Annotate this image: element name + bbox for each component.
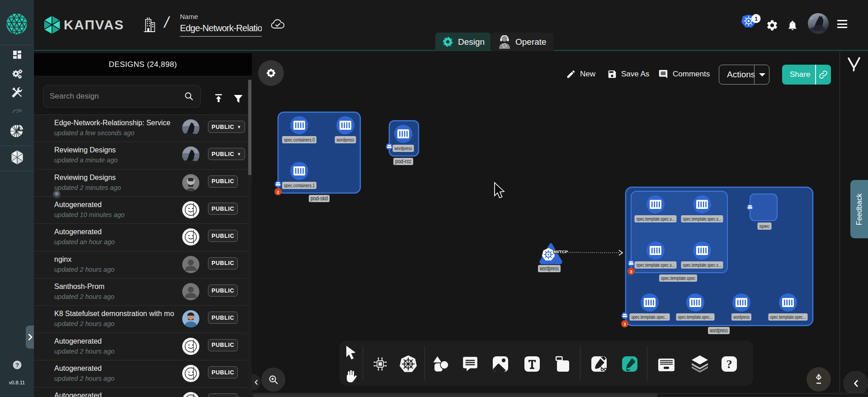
svg-text:spec.template.spec...: spec.template.spec... [632, 314, 668, 320]
svg-text:spec.containers.1: spec.containers.1 [284, 183, 315, 188]
svg-text:spec.template.spec...: spec.template.spec... [678, 314, 713, 320]
svg-text:1: 1 [755, 15, 758, 22]
svg-text:wordpress: wordpress [733, 314, 750, 320]
svg-text:spec.template.spec.s...: spec.template.spec.s... [637, 262, 675, 268]
svg-text:wordpress: wordpress [709, 327, 728, 334]
svg-text:wordpress: wordpress [539, 265, 559, 272]
svg-text:wordpress: wordpress [336, 137, 354, 142]
svg-text:wordpress: wordpress [394, 146, 412, 151]
svg-text:spec.template.spec: spec.template.spec [661, 275, 695, 281]
svg-text:pod-skd: pod-skd [311, 195, 328, 202]
svg-text:spec: spec [760, 223, 770, 229]
svg-text:spec.template.spec.s...: spec.template.spec.s... [637, 216, 675, 222]
svg-text:80/TCP: 80/TCP [553, 249, 568, 254]
svg-text:spec.template.spec.s...: spec.template.spec.s... [683, 262, 722, 268]
svg-text:spec.template.spec.s...: spec.template.spec.s... [683, 216, 722, 222]
svg-text:pod-rcc: pod-rcc [395, 158, 411, 165]
svg-text:2: 2 [277, 190, 279, 194]
svg-text:?: ? [15, 362, 19, 369]
svg-text:?: ? [726, 358, 732, 371]
svg-text:spec.template.spec...: spec.template.spec... [770, 314, 806, 320]
svg-text:3: 3 [630, 269, 632, 274]
svg-text:3: 3 [623, 322, 626, 326]
svg-text:spec.containers.0: spec.containers.0 [284, 137, 315, 142]
